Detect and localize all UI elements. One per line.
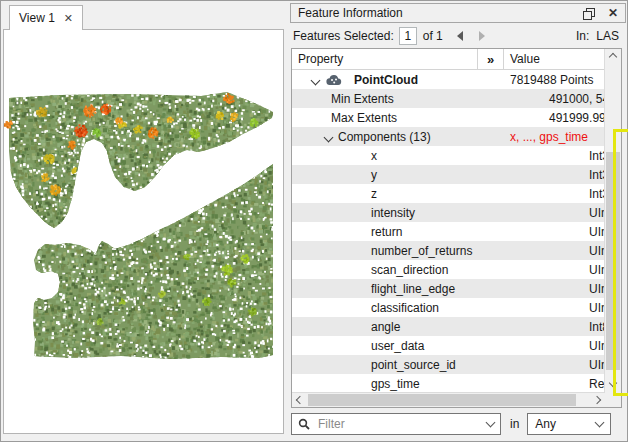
vertical-scroll-thumb[interactable] — [606, 152, 620, 370]
table-row[interactable]: yInt32, Scale: 0.01 — [292, 165, 605, 184]
table-row[interactable]: classificationUInt8 — [292, 298, 605, 317]
filter-input-wrap — [291, 413, 501, 435]
property-value: Int32, Scale: 0.01 — [583, 168, 605, 182]
property-name: classification — [371, 301, 439, 315]
property-name: PointCloud — [348, 73, 418, 87]
table-row[interactable]: PointCloud7819488 Points — [292, 70, 605, 89]
prev-feature-button[interactable] — [457, 31, 463, 41]
table-row[interactable]: user_dataUInt8 — [292, 336, 605, 355]
expand-columns-button[interactable]: » — [478, 49, 504, 69]
property-name: point_source_id — [371, 358, 456, 372]
property-value: 491000, 545700... — [543, 92, 605, 106]
property-column-header[interactable]: Property — [292, 49, 478, 69]
next-feature-button[interactable] — [479, 31, 485, 41]
format-label: LAS — [596, 29, 619, 43]
vertical-scrollbar[interactable] — [604, 49, 621, 407]
scroll-right-button[interactable] — [589, 393, 604, 407]
filter-input[interactable] — [316, 416, 481, 432]
value-column-header[interactable]: Value — [504, 49, 605, 69]
property-value: Int8 — [583, 320, 605, 334]
filter-in-label: in — [510, 417, 519, 431]
property-value: x, ..., gps_time — [504, 130, 605, 144]
property-value: Real64 — [583, 377, 605, 391]
table-row[interactable]: flight_line_edgeUInt8 — [292, 279, 605, 298]
property-value: 491999.99, 545799 — [543, 111, 605, 125]
scope-select[interactable]: Any — [527, 413, 611, 435]
features-selected-label: Features Selected: — [293, 29, 394, 43]
table-row[interactable]: point_source_idUInt16 — [292, 355, 605, 374]
horizontal-scrollbar[interactable] — [292, 392, 605, 407]
property-name: gps_time — [371, 377, 420, 391]
scroll-down-button[interactable] — [605, 375, 621, 391]
tab-close-icon[interactable]: ✕ — [64, 12, 73, 25]
property-name: x — [371, 149, 377, 163]
property-name: number_of_returns — [371, 244, 472, 258]
property-name: Min Extents — [331, 92, 394, 106]
table-row[interactable]: zInt32, Scale: 0.01 — [292, 184, 605, 203]
table-row[interactable]: xInt32, Scale: 0.01 — [292, 146, 605, 165]
property-name: z — [371, 187, 377, 201]
table-body: PointCloud7819488 PointsMin Extents49100… — [292, 70, 605, 393]
filter-bar: in Any — [291, 411, 628, 437]
property-value: UInt16 — [583, 358, 605, 372]
in-label: In: — [576, 29, 589, 43]
table-row[interactable]: number_of_returnsUInt8 — [292, 241, 605, 260]
property-value: Int32, Scale: 0.01 — [583, 149, 605, 163]
scope-value: Any — [535, 417, 596, 431]
property-name: return — [371, 225, 402, 239]
property-value: Int32, Scale: 0.01 — [583, 187, 605, 201]
scope-dropdown-icon — [595, 418, 605, 428]
feature-count-label: of 1 — [423, 29, 443, 43]
float-window-icon[interactable] — [583, 8, 594, 19]
property-name: Max Extents — [331, 111, 397, 125]
property-name: user_data — [371, 339, 424, 353]
table-row[interactable]: angleInt8 — [292, 317, 605, 336]
table-row[interactable]: intensityUInt16 — [292, 203, 605, 222]
property-value: 7819488 Points — [504, 73, 605, 87]
table-row[interactable]: gps_timeReal64 — [292, 374, 605, 393]
property-value: UInt8 — [583, 244, 605, 258]
property-name: flight_line_edge — [371, 282, 455, 296]
property-value: UInt8 — [583, 225, 605, 239]
view-tabbar: View 1 ✕ — [1, 1, 287, 30]
view-pane: View 1 ✕ — [1, 1, 287, 442]
app-window: View 1 ✕ Feature Information ✕ Features … — [0, 0, 628, 442]
property-table: Property » Value PointCloud7819488 Point… — [291, 48, 622, 408]
property-value: UInt8 — [583, 301, 605, 315]
table-header: Property » Value — [292, 49, 605, 70]
map-viewport[interactable] — [3, 29, 284, 434]
property-value: UInt8 — [583, 339, 605, 353]
selection-toolbar: Features Selected: 1 of 1 In: LAS — [290, 25, 628, 47]
tab-label: View 1 — [19, 11, 55, 25]
feature-index-input[interactable]: 1 — [399, 27, 417, 45]
property-name: Components (13) — [332, 130, 431, 144]
table-row[interactable]: returnUInt8 — [292, 222, 605, 241]
filter-dropdown-icon[interactable] — [486, 418, 496, 428]
table-row[interactable]: Components (13)x, ..., gps_time — [292, 127, 605, 146]
property-name: intensity — [371, 206, 415, 220]
property-name: scan_direction — [371, 263, 448, 277]
search-icon — [298, 418, 310, 430]
horizontal-scroll-thumb[interactable] — [308, 394, 576, 406]
panel-titlebar: Feature Information ✕ — [290, 3, 626, 23]
panel-title: Feature Information — [298, 6, 583, 20]
tab-view1[interactable]: View 1 ✕ — [9, 5, 83, 30]
property-name: angle — [371, 320, 400, 334]
property-value: UInt8 — [583, 263, 605, 277]
scroll-left-button[interactable] — [292, 393, 307, 407]
property-value: UInt16 — [583, 206, 605, 220]
close-icon[interactable]: ✕ — [608, 7, 618, 19]
table-row[interactable]: Min Extents491000, 545700... — [292, 89, 605, 108]
table-row[interactable]: Max Extents491999.99, 545799 — [292, 108, 605, 127]
scroll-up-button[interactable] — [605, 49, 621, 65]
chevron-down-icon[interactable] — [311, 75, 321, 85]
table-row[interactable]: scan_directionUInt8 — [292, 260, 605, 279]
feature-info-panel: Feature Information ✕ Features Selected:… — [288, 1, 628, 442]
property-value: UInt8 — [583, 282, 605, 296]
property-name: y — [371, 168, 377, 182]
pointcloud-canvas[interactable] — [4, 30, 283, 433]
pointcloud-icon — [326, 74, 342, 86]
